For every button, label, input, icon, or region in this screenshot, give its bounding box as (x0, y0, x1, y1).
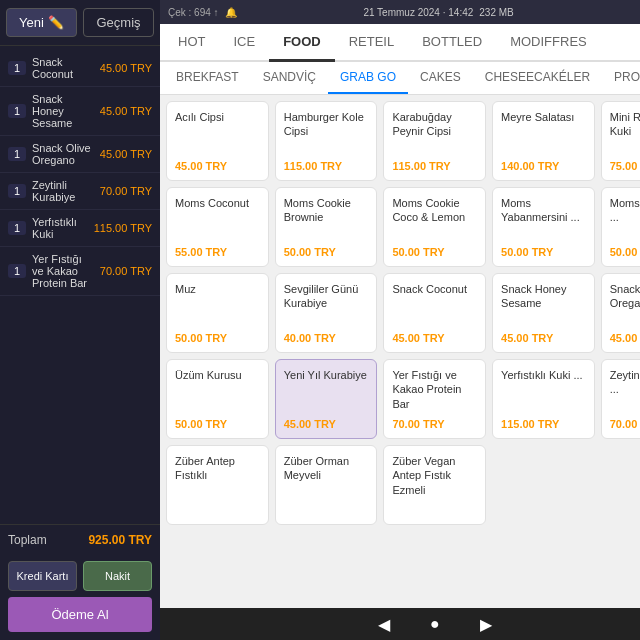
product-card[interactable]: Züber Orman Meyveli (275, 445, 378, 525)
top-nav-tab-ice[interactable]: ICE (219, 24, 269, 62)
top-nav-tab-hot[interactable]: HOT (164, 24, 219, 62)
forward-button[interactable]: ▶ (480, 615, 492, 634)
sub-nav-tab-promosyon[interactable]: PROMOSYON (602, 62, 640, 95)
product-card[interactable]: Sevgililer Günü Kurabiye 40.00 TRY (275, 273, 378, 353)
item-qty: 1 (8, 104, 26, 118)
top-nav-tab-food[interactable]: FOOD (269, 24, 335, 62)
product-card[interactable]: Snack Coconut 45.00 TRY (383, 273, 486, 353)
item-qty: 1 (8, 147, 26, 161)
sub-nav-tab-sandvi̇ç[interactable]: SANDVİÇ (251, 62, 328, 95)
product-price: 40.00 TRY (284, 332, 369, 344)
top-nav-tab-reteil[interactable]: RETEIL (335, 24, 409, 62)
item-name: Snack Olive Oregano (32, 142, 94, 166)
top-nav-tab-modiffres[interactable]: MODIFFRES (496, 24, 601, 62)
product-name: Üzüm Kurusu (175, 368, 260, 412)
sidebar-item[interactable]: 1 Yerfıstıklı Kuki 115.00 TRY (0, 210, 160, 247)
product-card[interactable]: Yer Fıstığı ve Kakao Protein Bar 70.00 T… (383, 359, 486, 439)
product-name: Snack Honey Sesame (501, 282, 586, 326)
product-card[interactable]: Muz 50.00 TRY (166, 273, 269, 353)
product-price: 50.00 TRY (501, 246, 586, 258)
product-price: 50.00 TRY (175, 418, 260, 430)
sidebar-item[interactable]: 1 Snack Honey Sesame 45.00 TRY (0, 87, 160, 136)
product-card[interactable]: Mini Rice Kraker Kuki 75.00 TRY (601, 101, 640, 181)
main-content: Çek : 694 ↑ 🔔 21 Temmuz 2024 · 14:42 232… (160, 0, 640, 640)
product-price: 45.00 TRY (284, 418, 369, 430)
sub-nav-tab-grab-go[interactable]: GRAB GO (328, 62, 408, 95)
product-card[interactable]: Moms Coconut 55.00 TRY (166, 187, 269, 267)
product-name: Züber Antep Fıstıklı (175, 454, 260, 510)
sub-nav: BREKFASTSANDVİÇGRAB GOCAKESCHESEECAKÉLER… (160, 62, 640, 95)
gecmis-label: Geçmiş (96, 15, 140, 30)
item-name: Zeytinli Kurabiye (32, 179, 94, 203)
product-price: 115.00 TRY (501, 418, 586, 430)
product-card[interactable]: Moms Cookie Brownie 50.00 TRY (275, 187, 378, 267)
sidebar-item[interactable]: 1 Snack Coconut 45.00 TRY (0, 50, 160, 87)
product-price: 55.00 TRY (175, 246, 260, 258)
product-card[interactable]: Yeni Yıl Kurabiye 45.00 TRY (275, 359, 378, 439)
top-nav-tab-bottled[interactable]: BOTTLED (408, 24, 496, 62)
product-name: Züber Vegan Antep Fıstık Ezmeli (392, 454, 477, 510)
product-card[interactable]: Zeytinli Kurabiye ... 70.00 TRY (601, 359, 640, 439)
total-label: Toplam (8, 533, 47, 547)
back-button[interactable]: ◀ (378, 615, 390, 634)
product-name: Hamburger Kole Cipsi (284, 110, 369, 154)
edit-icon: ✏️ (48, 15, 64, 30)
kredi-button[interactable]: Kredi Kartı (8, 561, 77, 591)
sub-nav-tab-brekfast[interactable]: BREKFAST (164, 62, 251, 95)
bell-icon: 🔔 (225, 7, 237, 18)
product-name: Moms Cookie Coco & Lemon (392, 196, 477, 240)
product-name: Mini Rice Kraker Kuki (610, 110, 640, 154)
product-price: 115.00 TRY (392, 160, 477, 172)
datetime: 21 Temmuz 2024 · 14:42 (363, 7, 473, 18)
item-name: Snack Coconut (32, 56, 94, 80)
sidebar-total: Toplam 925.00 TRY (0, 524, 160, 555)
product-name: Snack Olive Oregano (610, 282, 640, 326)
odeme-button[interactable]: Ödeme Al (8, 597, 152, 632)
product-card[interactable]: Moms Yerfıstıklı ... 50.00 TRY (601, 187, 640, 267)
sub-nav-tab-cheseecakéler[interactable]: CHESEECAKÉLER (473, 62, 602, 95)
item-qty: 1 (8, 221, 26, 235)
product-card[interactable]: Moms Yabanmersini ... 50.00 TRY (492, 187, 595, 267)
product-name: Moms Yerfıstıklı ... (610, 196, 640, 240)
product-name: Karabuğday Peynir Cipsi (392, 110, 477, 154)
sidebar-payment-buttons: Kredi Kartı Nakit (0, 555, 160, 597)
top-nav: HOTICEFOODRETEILBOTTLEDMODIFFRES (160, 24, 640, 62)
product-card[interactable]: Meyre Salatası 140.00 TRY (492, 101, 595, 181)
product-price: 45.00 TRY (175, 160, 260, 172)
product-price: 70.00 TRY (610, 418, 640, 430)
product-card[interactable]: Hamburger Kole Cipsi 115.00 TRY (275, 101, 378, 181)
product-name: Moms Yabanmersini ... (501, 196, 586, 240)
product-card[interactable]: Üzüm Kurusu 50.00 TRY (166, 359, 269, 439)
item-name: Yerfıstıklı Kuki (32, 216, 88, 240)
sidebar-item[interactable]: 1 Yer Fıstığı ve Kakao Protein Bar 70.00… (0, 247, 160, 296)
product-name: Sevgililer Günü Kurabiye (284, 282, 369, 326)
sidebar-item[interactable]: 1 Snack Olive Oregano 45.00 TRY (0, 136, 160, 173)
product-price: 50.00 TRY (610, 246, 640, 258)
product-price: 50.00 TRY (392, 246, 477, 258)
home-button[interactable]: ● (430, 615, 440, 633)
sub-nav-tab-cakes[interactable]: CAKES (408, 62, 473, 95)
status-bar: Çek : 694 ↑ 🔔 21 Temmuz 2024 · 14:42 232… (160, 0, 640, 24)
item-price: 70.00 TRY (100, 265, 152, 277)
product-grid: Acılı Cipsi 45.00 TRY Hamburger Kole Cip… (160, 95, 640, 608)
product-name: Acılı Cipsi (175, 110, 260, 154)
product-card[interactable]: Acılı Cipsi 45.00 TRY (166, 101, 269, 181)
product-card[interactable]: Karabuğday Peynir Cipsi 115.00 TRY (383, 101, 486, 181)
product-card[interactable]: Snack Honey Sesame 45.00 TRY (492, 273, 595, 353)
product-card[interactable]: Züber Antep Fıstıklı (166, 445, 269, 525)
sidebar-item[interactable]: 1 Zeytinli Kurabiye 70.00 TRY (0, 173, 160, 210)
product-price: 50.00 TRY (175, 332, 260, 344)
nakit-button[interactable]: Nakit (83, 561, 152, 591)
item-name: Snack Honey Sesame (32, 93, 94, 129)
product-card[interactable]: Yerfıstıklı Kuki ... 115.00 TRY (492, 359, 595, 439)
product-card[interactable]: Snack Olive Oregano 45.00 TRY (601, 273, 640, 353)
sidebar: Yeni ✏️ Geçmiş 1 Snack Coconut 45.00 TRY… (0, 0, 160, 640)
product-card[interactable]: Moms Cookie Coco & Lemon 50.00 TRY (383, 187, 486, 267)
sidebar-items: 1 Snack Coconut 45.00 TRY 1 Snack Honey … (0, 46, 160, 524)
product-name: Yeni Yıl Kurabiye (284, 368, 369, 412)
new-button[interactable]: Yeni ✏️ (6, 8, 77, 37)
gecmis-button[interactable]: Geçmiş (83, 8, 154, 37)
new-label: Yeni (19, 15, 44, 30)
product-name: Muz (175, 282, 260, 326)
product-card[interactable]: Züber Vegan Antep Fıstık Ezmeli (383, 445, 486, 525)
